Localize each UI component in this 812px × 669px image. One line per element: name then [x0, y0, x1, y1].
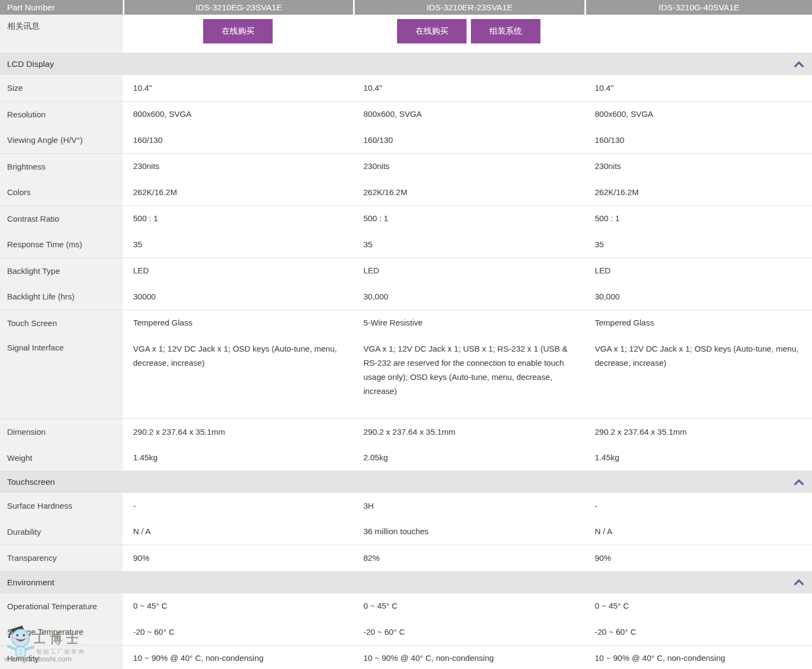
spec-value: -: [123, 499, 353, 513]
related-cell-3: [584, 15, 812, 53]
spec-value: 290.2 x 237.64 x 35.1mm: [584, 425, 812, 439]
spec-value: 35: [353, 237, 584, 252]
spec-row-durability: DurabilityN / A36 million touchesN / A: [0, 519, 812, 546]
spec-value: 10 ~ 90% @ 40° C, non-condensing: [584, 651, 812, 665]
spec-value: 10.4": [353, 81, 584, 95]
spec-value: 800x600, SVGA: [353, 107, 584, 121]
spec-value: VGA x 1; 12V DC Jack x 1; OSD keys (Auto…: [584, 336, 812, 418]
spec-value: 262K/16.2M: [353, 185, 584, 199]
spec-value: 3H: [353, 499, 584, 513]
spec-value: 230nits: [584, 159, 812, 173]
spec-row-backlight-type: Backlight TypeLEDLEDLED: [0, 258, 812, 284]
spec-value: 800x600, SVGA: [123, 107, 353, 121]
spec-value: 35: [584, 237, 812, 252]
spec-value: 262K/16.2M: [584, 185, 812, 199]
row-label: Size: [0, 75, 123, 101]
spec-value: 230nits: [123, 159, 353, 173]
section-header-lcd-display[interactable]: LCD Display: [0, 53, 812, 75]
spec-value: N / A: [123, 524, 353, 539]
spec-value: 30,000: [584, 290, 812, 304]
spec-value: 290.2 x 237.64 x 35.1mm: [123, 425, 353, 439]
spec-row-dimension: Dimension290.2 x 237.64 x 35.1mm290.2 x …: [0, 419, 812, 445]
spec-value: 82%: [353, 551, 584, 565]
spec-row-contrast-ratio: Contrast Ratio500 : 1500 : 1500 : 1: [0, 206, 812, 232]
spec-row-response-time-ms: Response Time (ms)353535: [0, 232, 812, 258]
spec-value: -20 ~ 60° C: [123, 625, 353, 639]
spec-row-backlight-life-hrs: Backlight Life (hrs)3000030,00030,000: [0, 284, 812, 310]
spec-sections: LCD DisplaySize10.4"10.4"10.4"Resolution…: [0, 53, 812, 669]
spec-row-operational-temperature: Operational Temperature0 ~ 45° C0 ~ 45° …: [0, 593, 812, 620]
spec-value: 10 ~ 90% @ 40° C, non-condensing: [123, 651, 353, 665]
spec-value: 90%: [584, 551, 812, 565]
spec-value: 0 ~ 45° C: [584, 599, 812, 613]
spec-value: 1.45kg: [584, 451, 812, 465]
spec-row-touch-screen: Touch ScreenTempered Glass5-Wire Resisti…: [0, 310, 812, 336]
spec-value: 5-Wire Resistive: [353, 316, 584, 330]
spec-value: 10.4": [123, 81, 353, 95]
part-number-label: Part Number: [0, 0, 123, 15]
spec-value: N / A: [584, 524, 812, 539]
row-label: Weight: [0, 445, 123, 471]
spec-value: 30,000: [353, 290, 584, 304]
spec-row-viewing-angle-h-v: Viewing Angle (H/V°)160/130160/130160/13…: [0, 127, 812, 154]
section-header-environment[interactable]: Environment: [0, 571, 812, 593]
spec-value: -: [584, 499, 812, 513]
spec-value: 500 : 1: [353, 211, 584, 226]
spec-value: Tempered Glass: [123, 316, 353, 330]
related-cell-2: 在线购买 组装系统: [353, 15, 584, 53]
related-info-label: 相关讯息: [0, 15, 123, 53]
row-label: Backlight Life (hrs): [0, 284, 123, 310]
spec-value: 500 : 1: [123, 211, 353, 226]
spec-row-signal-interface: Signal InterfaceVGA x 1; 12V DC Jack x 1…: [0, 336, 812, 419]
chevron-up-icon[interactable]: [794, 579, 804, 585]
spec-value: 500 : 1: [584, 211, 812, 226]
spec-value: LED: [353, 264, 584, 278]
chevron-up-icon[interactable]: [794, 479, 804, 485]
spec-value: 10.4": [584, 81, 812, 95]
spec-value: LED: [123, 264, 353, 278]
chevron-up-icon[interactable]: [794, 61, 804, 67]
row-label: Durability: [0, 519, 123, 545]
spec-value: 160/130: [123, 133, 353, 147]
row-label: Dimension: [0, 419, 123, 445]
spec-comparison-page: Part Number IDS-3210EG-23SVA1E IDS-3210E…: [0, 0, 812, 669]
row-label: Backlight Type: [0, 258, 123, 284]
spec-row-resolution: Resolution800x600, SVGA800x600, SVGA800x…: [0, 102, 812, 128]
spec-row-colors: Colors262K/16.2M262K/16.2M262K/16.2M: [0, 179, 812, 206]
row-label: Colors: [0, 179, 123, 205]
assemble-system-button-col2[interactable]: 组装系统: [471, 19, 540, 43]
spec-value: 160/130: [353, 133, 584, 147]
section-title: LCD Display: [7, 59, 54, 69]
row-label: Resolution: [0, 102, 123, 128]
row-label: Operational Temperature: [0, 593, 123, 620]
spec-row-weight: Weight1.45kg2.05kg1.45kg: [0, 445, 812, 471]
row-label: Humidity: [0, 646, 123, 669]
related-info-row: 相关讯息 在线购买 在线购买 组装系统: [0, 15, 812, 53]
spec-row-size: Size10.4"10.4"10.4": [0, 75, 812, 102]
spec-value: 0 ~ 45° C: [353, 599, 584, 613]
spec-row-storage-temperature: Storage Temperature-20 ~ 60° C-20 ~ 60° …: [0, 619, 812, 646]
spec-value: 35: [123, 237, 353, 252]
spec-row-transparency: Transparency90%82%90%: [0, 545, 812, 571]
spec-row-brightness: Brightness230nits230nits230nits: [0, 154, 812, 180]
buy-online-button-col1[interactable]: 在线购买: [203, 19, 273, 43]
spec-value: 1.45kg: [123, 451, 353, 465]
related-cell-1: 在线购买: [123, 15, 353, 53]
spec-value: 36 million touches: [353, 524, 584, 539]
spec-value: -20 ~ 60° C: [353, 625, 584, 639]
spec-value: 2.05kg: [353, 451, 584, 465]
spec-value: LED: [584, 264, 812, 278]
spec-value: VGA x 1; 12V DC Jack x 1; OSD keys (Auto…: [123, 336, 353, 418]
part-number-col-2: IDS-3210ER-23SVA1E: [353, 0, 584, 15]
row-label: Touch Screen: [0, 310, 123, 336]
section-header-touchscreen[interactable]: Touchscreen: [0, 471, 812, 493]
spec-value: 800x600, SVGA: [584, 107, 812, 121]
spec-value: 0 ~ 45° C: [123, 599, 353, 613]
row-label: Viewing Angle (H/V°): [0, 127, 123, 153]
row-label: Storage Temperature: [0, 619, 123, 645]
row-label: Transparency: [0, 545, 123, 571]
buy-online-button-col2[interactable]: 在线购买: [397, 19, 467, 43]
spec-value: 160/130: [584, 133, 812, 147]
part-number-header-row: Part Number IDS-3210EG-23SVA1E IDS-3210E…: [0, 0, 812, 15]
row-label: Response Time (ms): [0, 232, 123, 258]
